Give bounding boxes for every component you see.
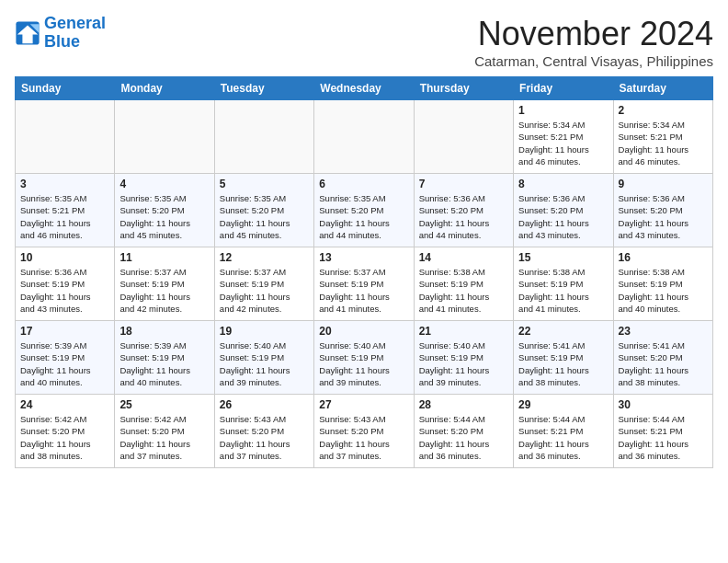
calendar-cell: 5Sunrise: 5:35 AM Sunset: 5:20 PM Daylig… — [214, 174, 313, 247]
weekday-header-monday: Monday — [115, 77, 214, 100]
calendar-cell: 1Sunrise: 5:34 AM Sunset: 5:21 PM Daylig… — [514, 100, 613, 174]
calendar-cell: 26Sunrise: 5:43 AM Sunset: 5:20 PM Dayli… — [214, 395, 313, 468]
day-number: 12 — [220, 251, 309, 264]
calendar-cell: 30Sunrise: 5:44 AM Sunset: 5:21 PM Dayli… — [613, 395, 712, 468]
calendar-cell: 27Sunrise: 5:43 AM Sunset: 5:20 PM Dayli… — [314, 395, 414, 468]
day-number: 2 — [619, 104, 708, 117]
week-row-2: 3Sunrise: 5:35 AM Sunset: 5:21 PM Daylig… — [16, 174, 713, 247]
day-number: 1 — [518, 104, 608, 117]
day-number: 3 — [20, 178, 109, 190]
calendar-cell: 10Sunrise: 5:36 AM Sunset: 5:19 PM Dayli… — [16, 247, 115, 321]
day-number: 26 — [220, 398, 309, 411]
week-row-1: 1Sunrise: 5:34 AM Sunset: 5:21 PM Daylig… — [16, 100, 713, 174]
calendar-cell: 29Sunrise: 5:44 AM Sunset: 5:21 PM Dayli… — [514, 395, 613, 468]
day-info: Sunrise: 5:35 AM Sunset: 5:20 PM Dayligh… — [319, 192, 408, 241]
day-number: 27 — [319, 398, 408, 411]
week-row-5: 24Sunrise: 5:42 AM Sunset: 5:20 PM Dayli… — [16, 395, 713, 468]
calendar-cell: 15Sunrise: 5:38 AM Sunset: 5:19 PM Dayli… — [514, 247, 613, 321]
calendar-cell: 17Sunrise: 5:39 AM Sunset: 5:19 PM Dayli… — [16, 321, 115, 395]
day-number: 17 — [20, 325, 109, 338]
day-info: Sunrise: 5:38 AM Sunset: 5:19 PM Dayligh… — [419, 266, 508, 315]
day-number: 10 — [20, 251, 109, 264]
logo-icon — [15, 20, 40, 46]
day-number: 28 — [419, 398, 508, 411]
day-number: 14 — [419, 251, 508, 264]
day-number: 20 — [319, 325, 408, 338]
calendar-cell — [115, 100, 214, 174]
day-info: Sunrise: 5:43 AM Sunset: 5:20 PM Dayligh… — [220, 413, 309, 462]
day-number: 29 — [518, 398, 608, 411]
day-info: Sunrise: 5:41 AM Sunset: 5:19 PM Dayligh… — [518, 339, 608, 388]
calendar-cell: 3Sunrise: 5:35 AM Sunset: 5:21 PM Daylig… — [16, 174, 115, 247]
calendar-cell: 23Sunrise: 5:41 AM Sunset: 5:20 PM Dayli… — [613, 321, 712, 395]
day-info: Sunrise: 5:44 AM Sunset: 5:20 PM Dayligh… — [419, 413, 508, 462]
weekday-header-friday: Friday — [514, 77, 613, 100]
day-number: 6 — [319, 178, 408, 190]
calendar-cell: 20Sunrise: 5:40 AM Sunset: 5:19 PM Dayli… — [314, 321, 414, 395]
day-number: 7 — [419, 178, 508, 190]
day-number: 19 — [220, 325, 309, 338]
day-number: 11 — [119, 251, 209, 264]
day-info: Sunrise: 5:40 AM Sunset: 5:19 PM Dayligh… — [319, 339, 408, 388]
day-number: 4 — [119, 178, 209, 190]
week-row-3: 10Sunrise: 5:36 AM Sunset: 5:19 PM Dayli… — [16, 247, 713, 321]
calendar-cell: 4Sunrise: 5:35 AM Sunset: 5:20 PM Daylig… — [115, 174, 214, 247]
calendar-cell: 7Sunrise: 5:36 AM Sunset: 5:20 PM Daylig… — [414, 174, 513, 247]
logo: General Blue — [15, 15, 106, 52]
day-info: Sunrise: 5:39 AM Sunset: 5:19 PM Dayligh… — [20, 339, 109, 388]
day-info: Sunrise: 5:41 AM Sunset: 5:20 PM Dayligh… — [619, 339, 708, 388]
calendar-cell: 11Sunrise: 5:37 AM Sunset: 5:19 PM Dayli… — [115, 247, 214, 321]
calendar-cell: 8Sunrise: 5:36 AM Sunset: 5:20 PM Daylig… — [514, 174, 613, 247]
day-number: 30 — [619, 398, 708, 411]
day-info: Sunrise: 5:43 AM Sunset: 5:20 PM Dayligh… — [319, 413, 408, 462]
day-info: Sunrise: 5:37 AM Sunset: 5:19 PM Dayligh… — [220, 266, 309, 315]
weekday-header-wednesday: Wednesday — [314, 77, 414, 100]
day-info: Sunrise: 5:38 AM Sunset: 5:19 PM Dayligh… — [518, 266, 608, 315]
calendar-cell: 18Sunrise: 5:39 AM Sunset: 5:19 PM Dayli… — [115, 321, 214, 395]
weekday-header-thursday: Thursday — [414, 77, 513, 100]
calendar-cell: 22Sunrise: 5:41 AM Sunset: 5:19 PM Dayli… — [514, 321, 613, 395]
calendar-cell: 2Sunrise: 5:34 AM Sunset: 5:21 PM Daylig… — [613, 100, 712, 174]
weekday-header-row: SundayMondayTuesdayWednesdayThursdayFrid… — [16, 77, 713, 100]
day-info: Sunrise: 5:36 AM Sunset: 5:20 PM Dayligh… — [419, 192, 508, 241]
day-info: Sunrise: 5:36 AM Sunset: 5:20 PM Dayligh… — [619, 192, 708, 241]
day-number: 25 — [119, 398, 209, 411]
day-number: 13 — [319, 251, 408, 264]
day-number: 24 — [20, 398, 109, 411]
title-block: November 2024 Catarman, Central Visayas,… — [474, 15, 713, 69]
day-info: Sunrise: 5:39 AM Sunset: 5:19 PM Dayligh… — [119, 339, 209, 388]
day-number: 8 — [518, 178, 608, 190]
day-number: 22 — [518, 325, 608, 338]
weekday-header-saturday: Saturday — [613, 77, 712, 100]
day-info: Sunrise: 5:44 AM Sunset: 5:21 PM Dayligh… — [619, 413, 708, 462]
day-number: 15 — [518, 251, 608, 264]
calendar-cell: 13Sunrise: 5:37 AM Sunset: 5:19 PM Dayli… — [314, 247, 414, 321]
weekday-header-tuesday: Tuesday — [214, 77, 313, 100]
calendar-cell: 16Sunrise: 5:38 AM Sunset: 5:19 PM Dayli… — [613, 247, 712, 321]
calendar-cell: 14Sunrise: 5:38 AM Sunset: 5:19 PM Dayli… — [414, 247, 513, 321]
calendar-cell: 25Sunrise: 5:42 AM Sunset: 5:20 PM Dayli… — [115, 395, 214, 468]
calendar-cell: 21Sunrise: 5:40 AM Sunset: 5:19 PM Dayli… — [414, 321, 513, 395]
day-info: Sunrise: 5:35 AM Sunset: 5:20 PM Dayligh… — [119, 192, 209, 241]
week-row-4: 17Sunrise: 5:39 AM Sunset: 5:19 PM Dayli… — [16, 321, 713, 395]
calendar-cell — [414, 100, 513, 174]
day-number: 16 — [619, 251, 708, 264]
calendar-cell — [214, 100, 313, 174]
calendar-cell: 19Sunrise: 5:40 AM Sunset: 5:19 PM Dayli… — [214, 321, 313, 395]
calendar-cell: 6Sunrise: 5:35 AM Sunset: 5:20 PM Daylig… — [314, 174, 414, 247]
calendar-cell: 24Sunrise: 5:42 AM Sunset: 5:20 PM Dayli… — [16, 395, 115, 468]
day-info: Sunrise: 5:42 AM Sunset: 5:20 PM Dayligh… — [20, 413, 109, 462]
calendar-cell: 12Sunrise: 5:37 AM Sunset: 5:19 PM Dayli… — [214, 247, 313, 321]
calendar-cell: 9Sunrise: 5:36 AM Sunset: 5:20 PM Daylig… — [613, 174, 712, 247]
calendar-cell: 28Sunrise: 5:44 AM Sunset: 5:20 PM Dayli… — [414, 395, 513, 468]
day-info: Sunrise: 5:36 AM Sunset: 5:20 PM Dayligh… — [518, 192, 608, 241]
weekday-header-sunday: Sunday — [16, 77, 115, 100]
day-info: Sunrise: 5:37 AM Sunset: 5:19 PM Dayligh… — [319, 266, 408, 315]
day-number: 9 — [619, 178, 708, 190]
day-info: Sunrise: 5:34 AM Sunset: 5:21 PM Dayligh… — [518, 119, 608, 167]
calendar-table: SundayMondayTuesdayWednesdayThursdayFrid… — [15, 76, 713, 468]
day-info: Sunrise: 5:37 AM Sunset: 5:19 PM Dayligh… — [119, 266, 209, 315]
day-info: Sunrise: 5:36 AM Sunset: 5:19 PM Dayligh… — [20, 266, 109, 315]
day-info: Sunrise: 5:38 AM Sunset: 5:19 PM Dayligh… — [619, 266, 708, 315]
day-info: Sunrise: 5:44 AM Sunset: 5:21 PM Dayligh… — [518, 413, 608, 462]
